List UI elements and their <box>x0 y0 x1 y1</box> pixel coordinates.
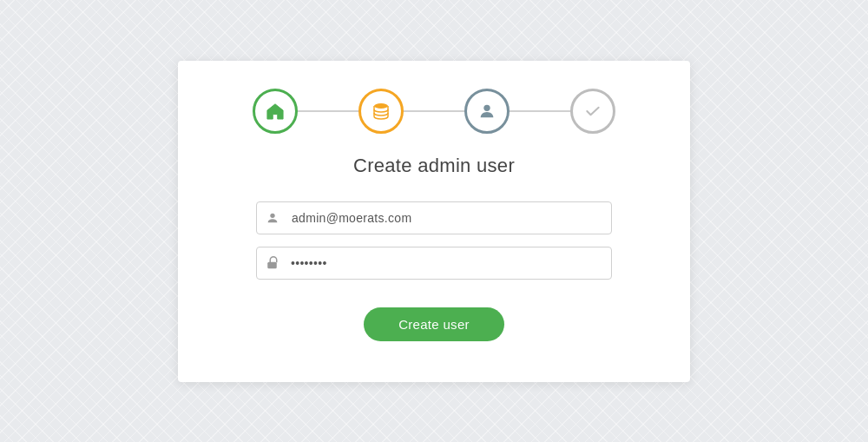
step-check <box>570 89 615 134</box>
connector-3 <box>510 110 570 112</box>
page-title: Create admin user <box>353 155 515 177</box>
svg-point-1 <box>483 104 490 110</box>
password-field-group <box>256 247 612 280</box>
email-field-group <box>256 201 612 234</box>
connector-1 <box>298 110 358 112</box>
home-icon <box>266 102 285 120</box>
step-database <box>358 89 404 134</box>
email-input[interactable] <box>288 202 602 234</box>
user-icon <box>477 102 496 121</box>
main-card: Create admin user Create user <box>178 61 690 382</box>
svg-rect-3 <box>267 262 277 269</box>
connector-2 <box>404 110 464 112</box>
stepper <box>178 61 690 155</box>
step-user <box>464 89 510 134</box>
svg-point-0 <box>374 103 388 109</box>
step-home <box>253 89 298 134</box>
create-user-button[interactable]: Create user <box>364 307 504 341</box>
user-field-icon <box>266 211 279 225</box>
check-icon <box>584 102 602 120</box>
database-icon <box>371 101 391 122</box>
password-input[interactable] <box>287 247 602 279</box>
svg-point-2 <box>270 213 274 217</box>
lock-field-icon <box>266 255 279 270</box>
